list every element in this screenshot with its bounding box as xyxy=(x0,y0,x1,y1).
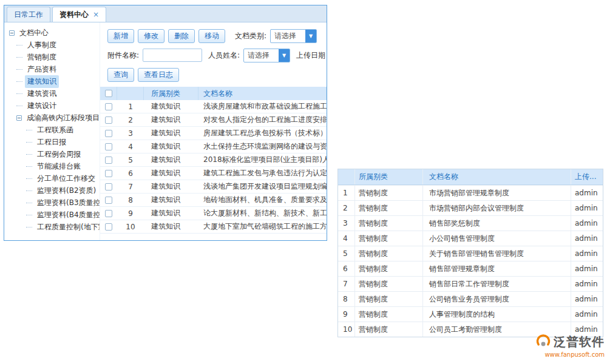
expand-icon[interactable] xyxy=(26,203,32,203)
sidebar-tree-item[interactable]: 建筑资讯 xyxy=(4,87,100,99)
sidebar-tree-item[interactable]: 节能减排台账 xyxy=(4,160,100,172)
tab-daily-work[interactable]: 日常工作 xyxy=(7,7,50,22)
sidebar-tree-item[interactable]: 监理资料(B3质量控制) xyxy=(4,197,100,209)
expand-icon[interactable] xyxy=(16,115,22,121)
expand-icon[interactable] xyxy=(16,81,22,82)
sidebar-tree-item[interactable]: 建筑知识 xyxy=(4,75,100,87)
row-number-cell: 3 xyxy=(117,129,144,138)
expand-icon[interactable] xyxy=(26,142,32,143)
row-checkbox[interactable] xyxy=(105,223,112,231)
header-category-cell: 所属别类 xyxy=(144,87,198,100)
action-button[interactable]: 移动 xyxy=(198,29,225,43)
expand-icon[interactable] xyxy=(26,166,32,167)
sidebar-tree-item[interactable]: 营销制度 xyxy=(4,51,100,63)
expand-icon[interactable] xyxy=(26,154,32,155)
sidebar-tree-item[interactable]: 产品资料 xyxy=(4,63,100,75)
document-row[interactable]: 9 营销制度 人事管理制度的结构 admin xyxy=(338,306,603,322)
sidebar-tree-item[interactable]: 监理资料(B4质量控制) xyxy=(4,209,100,221)
expand-icon[interactable] xyxy=(16,69,22,70)
document-row[interactable]: 2 建筑知识 对发包人指定分包的工程施工进度安排... xyxy=(100,113,327,127)
row-checkbox[interactable] xyxy=(105,183,112,190)
expand-icon[interactable] xyxy=(16,93,22,94)
chevron-down-icon[interactable]: ▼ xyxy=(279,49,290,62)
expand-icon[interactable] xyxy=(26,215,32,215)
document-row[interactable]: 1 建筑知识 浅谈房屋建筑和市政基础设施工程施工... xyxy=(100,100,327,113)
checkbox-cell xyxy=(100,143,117,150)
expand-icon[interactable] xyxy=(16,106,22,106)
row-number-cell: 4 xyxy=(338,231,355,246)
sidebar-tree-item[interactable]: 分工单位工作移交 xyxy=(4,172,100,184)
document-name-cell: 浅谈地产集团开发建设项目监理规划编... xyxy=(198,181,327,192)
tab-label: 资料中心 xyxy=(59,10,89,20)
document-row[interactable]: 9 建筑知识 论大厦新材料、新结构、新技术、新工... xyxy=(100,207,327,220)
row-checkbox[interactable] xyxy=(105,143,112,150)
row-checkbox[interactable] xyxy=(105,116,112,124)
brand-url-link[interactable]: www.fanpusoft.com xyxy=(544,351,605,358)
document-row[interactable]: 4 营销制度 小公司销售管理制度 admin xyxy=(338,231,603,246)
sidebar-tree-item[interactable]: 工程日报 xyxy=(4,136,100,148)
document-row[interactable]: 7 建筑知识 浅谈地产集团开发建设项目监理规划编... xyxy=(100,180,327,194)
select-all-checkbox[interactable] xyxy=(105,90,112,97)
category-cell: 营销制度 xyxy=(355,186,423,200)
document-row[interactable]: 7 营销制度 销售部日常工作管理制度 admin xyxy=(338,276,603,291)
document-row[interactable]: 10 建筑知识 大厦地下室加气砼墙砌筑工程的施工方... xyxy=(100,220,327,234)
table-header-row: 所属别类 文档名称 上传... xyxy=(338,169,603,185)
expand-icon[interactable] xyxy=(16,57,22,58)
expand-icon[interactable] xyxy=(26,130,32,130)
row-checkbox[interactable] xyxy=(105,210,112,217)
document-row[interactable]: 5 建筑知识 2018标准化监理项目部(业主项目部)人员... xyxy=(100,153,327,167)
action-button[interactable]: 删除 xyxy=(168,29,195,43)
action-button[interactable]: 新增 xyxy=(107,29,134,43)
marketing-documents-table: 所属别类 文档名称 上传... 1 营销制度 市场营销部管理规章制度 admin… xyxy=(337,169,603,337)
sidebar-tree-item[interactable]: 监理资料(B2资质) xyxy=(4,184,100,197)
row-checkbox[interactable] xyxy=(105,170,112,177)
document-row[interactable]: 5 营销制度 关于销售部管理销售管理制度 admin xyxy=(338,246,603,261)
sidebar-tree-item[interactable]: 人事制度 xyxy=(4,39,100,51)
row-checkbox[interactable] xyxy=(105,197,112,204)
document-row[interactable]: 8 营销制度 公司销售业务员管理制度 admin xyxy=(338,291,603,306)
row-checkbox[interactable] xyxy=(105,103,112,110)
doc-category-select[interactable]: 请选择 ▼ xyxy=(270,29,317,43)
sidebar-tree-item[interactable]: 工程质量控制(地下室) xyxy=(4,221,100,233)
header-uploader-cell: 上传... xyxy=(571,169,603,184)
attachment-name-input[interactable] xyxy=(143,49,202,62)
document-row[interactable]: 8 建筑知识 地砖地面材料、机具准备、质量要求及... xyxy=(100,194,327,207)
row-number-cell: 2 xyxy=(117,116,144,124)
document-row[interactable]: 6 建筑知识 建筑工程施工发包与承包违法行为认定... xyxy=(100,167,327,180)
expand-icon[interactable] xyxy=(26,178,32,179)
document-row[interactable]: 6 营销制度 销售部管理规章制度 admin xyxy=(338,261,603,276)
row-checkbox[interactable] xyxy=(105,130,112,137)
expand-icon[interactable] xyxy=(9,30,15,36)
document-row[interactable]: 3 建筑知识 房屋建筑工程总承包投标书（技术标）... xyxy=(100,127,327,140)
tab-data-center[interactable]: 资料中心 × xyxy=(52,7,106,22)
expand-icon[interactable] xyxy=(16,45,22,46)
chevron-down-icon[interactable]: ▼ xyxy=(305,30,316,42)
expand-icon[interactable] xyxy=(26,190,32,191)
sidebar-tree-item[interactable]: 文档中心 xyxy=(4,27,100,39)
document-name-cell: 论大厦新材料、新结构、新技术、新工... xyxy=(198,208,327,218)
sidebar-tree-item[interactable]: 建筑设计 xyxy=(4,99,100,112)
checkbox-cell xyxy=(100,210,117,217)
document-row[interactable]: 2 营销制度 市场营销部内部会议管理制度 admin xyxy=(338,200,603,215)
query-button[interactable]: 查询 xyxy=(107,68,134,82)
close-icon[interactable]: × xyxy=(93,11,99,18)
tree-item-label: 工程质量控制(地下室) xyxy=(35,221,100,234)
tree-item-label: 分工单位工作移交 xyxy=(35,172,98,185)
row-number-cell: 4 xyxy=(117,143,144,151)
uploader-cell: admin xyxy=(571,201,603,215)
document-row[interactable]: 3 营销制度 销售部奖惩制度 admin xyxy=(338,215,603,231)
doc-category-label: 文档类别: xyxy=(235,31,266,41)
view-log-button[interactable]: 查看日志 xyxy=(138,68,179,82)
category-cell: 营销制度 xyxy=(355,307,423,322)
document-row[interactable]: 1 营销制度 市场营销部管理规章制度 admin xyxy=(338,185,603,200)
sidebar-tree-item[interactable]: 工程例会周报 xyxy=(4,148,100,160)
upload-date-label: 上传日期 xyxy=(296,50,325,61)
action-button[interactable]: 修改 xyxy=(138,29,164,43)
header-number-cell xyxy=(117,87,144,100)
sidebar-tree-item[interactable]: 工程联系函 xyxy=(4,124,100,136)
row-checkbox[interactable] xyxy=(105,157,112,164)
document-row[interactable]: 4 建筑知识 水土保持生态环境监测网络的建设与资... xyxy=(100,140,327,153)
sidebar-tree-item[interactable]: 成渝高铁内江标段项目 xyxy=(4,112,100,124)
expand-icon[interactable] xyxy=(26,227,32,228)
person-name-select[interactable]: 请选择 ▼ xyxy=(243,49,290,62)
